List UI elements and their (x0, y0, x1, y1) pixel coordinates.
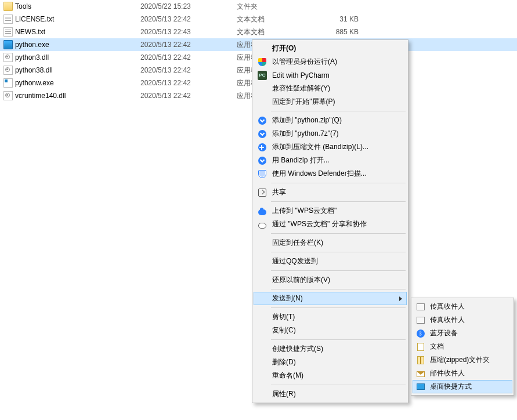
text-file-icon (3, 27, 13, 37)
menu-defender-scan[interactable]: 使用 Windows Defender扫描... (254, 167, 407, 180)
menu-copy[interactable]: 复制(C) (254, 324, 407, 337)
menu-pin-taskbar[interactable]: 固定到任务栏(K) (254, 236, 407, 249)
menu-add-7z[interactable]: 添加到 "python.7z"(7) (254, 127, 407, 140)
menu-pin-start[interactable]: 固定到"开始"屏幕(P) (254, 95, 407, 108)
file-size: 885 KB (312, 28, 364, 36)
menu-open[interactable]: 打开(O) (254, 42, 407, 55)
sendto-submenu: 传真收件人 传真收件人 ᛒ蓝牙设备 文档 压缩(zipped)文件夹 邮件收件人… (411, 298, 514, 396)
menu-rename[interactable]: 重命名(M) (254, 369, 407, 382)
mail-icon (416, 369, 425, 378)
file-type: 文本文档 (237, 15, 312, 24)
menu-separator (271, 307, 406, 308)
file-date: 2020/5/13 22:43 (140, 28, 237, 36)
file-row[interactable]: LICENSE.txt 2020/5/13 22:42 文本文档 31 KB (0, 13, 517, 26)
archive-add-icon (258, 143, 267, 152)
submenu-arrow-icon (399, 296, 402, 301)
file-date: 2020/5/13 22:42 (140, 79, 237, 87)
sendto-zip-folder[interactable]: 压缩(zipped)文件夹 (413, 353, 512, 367)
pycharm-icon: PC (258, 71, 267, 80)
folder-icon (3, 2, 13, 11)
file-name: pythonw.exe (15, 79, 54, 87)
file-name: vcruntime140.dll (15, 92, 66, 100)
cloud-share-icon (258, 220, 267, 229)
zip-icon (416, 356, 425, 365)
menu-separator (271, 289, 406, 289)
sendto-fax-recipient[interactable]: 传真收件人 (413, 313, 512, 327)
dll-icon (3, 53, 13, 62)
file-date: 2020/5/13 22:42 (140, 66, 237, 74)
sendto-mail-recipient[interactable]: 邮件收件人 (413, 367, 512, 380)
file-size: 31 KB (312, 15, 364, 23)
menu-separator (271, 252, 406, 252)
file-date: 2020/5/13 22:42 (140, 92, 237, 100)
defender-icon (258, 169, 267, 179)
desktop-icon (416, 382, 425, 392)
archive-icon (258, 129, 267, 139)
file-row[interactable]: Tools 2020/5/22 15:23 文件夹 (0, 0, 517, 13)
file-name: Tools (15, 2, 31, 10)
dll-icon (3, 91, 13, 100)
menu-separator (271, 183, 406, 183)
file-date: 2020/5/13 22:42 (140, 15, 237, 23)
menu-separator (271, 270, 406, 271)
menu-properties[interactable]: 属性(R) (254, 388, 407, 401)
file-name: python38.dll (15, 66, 53, 74)
shield-icon (258, 57, 267, 67)
menu-bandizip-add[interactable]: 添加到压缩文件 (Bandizip)(L)... (254, 140, 407, 154)
menu-wps-share[interactable]: 通过 "WPS云文档" 分享和协作 (254, 218, 407, 231)
menu-send-to[interactable]: 发送到(N) (254, 292, 407, 305)
sendto-bluetooth[interactable]: ᛒ蓝牙设备 (413, 327, 512, 340)
menu-edit-pycharm[interactable]: PCEdit with PyCharm (254, 68, 407, 82)
file-type: 文本文档 (237, 27, 312, 37)
menu-qq-send[interactable]: 通过QQ发送到 (254, 255, 407, 268)
file-row[interactable]: NEWS.txt 2020/5/13 22:43 文本文档 885 KB (0, 26, 517, 38)
file-type: 文件夹 (237, 2, 312, 12)
menu-separator (271, 339, 406, 340)
menu-cut[interactable]: 剪切(T) (254, 310, 407, 324)
archive-icon (258, 116, 267, 125)
fax-icon (416, 316, 425, 325)
file-date: 2020/5/13 22:42 (140, 53, 237, 61)
sendto-desktop-shortcut[interactable]: 桌面快捷方式 (413, 380, 512, 393)
share-icon (258, 188, 267, 197)
menu-compat-troubleshoot[interactable]: 兼容性疑难解答(Y) (254, 82, 407, 95)
menu-separator (271, 201, 406, 202)
menu-share[interactable]: 共享 (254, 186, 407, 199)
file-name: NEWS.txt (15, 28, 45, 36)
file-date: 2020/5/22 15:23 (140, 2, 237, 10)
document-icon (416, 342, 425, 352)
context-menu: 打开(O) 以管理员身份运行(A) PCEdit with PyCharm 兼容… (252, 39, 408, 403)
sendto-fax-recipient[interactable]: 传真收件人 (413, 300, 512, 313)
menu-create-shortcut[interactable]: 创建快捷方式(S) (254, 342, 407, 356)
text-file-icon (3, 15, 13, 24)
bluetooth-icon: ᛒ (416, 329, 425, 338)
menu-bandizip-open[interactable]: 用 Bandizip 打开... (254, 154, 407, 167)
file-date: 2020/5/13 22:42 (140, 41, 237, 49)
menu-separator (271, 111, 406, 111)
menu-delete[interactable]: 删除(D) (254, 356, 407, 369)
menu-run-as-admin[interactable]: 以管理员身份运行(A) (254, 55, 407, 68)
file-name: LICENSE.txt (15, 15, 54, 23)
menu-wps-upload[interactable]: 上传到 "WPS云文档" (254, 204, 407, 218)
file-name: python.exe (15, 41, 49, 49)
exe-icon (3, 78, 13, 88)
archive-icon (258, 156, 267, 165)
menu-separator (271, 385, 406, 385)
menu-add-zip[interactable]: 添加到 "python.zip"(Q) (254, 114, 407, 127)
menu-restore-version[interactable]: 还原以前的版本(V) (254, 273, 407, 287)
fax-icon (416, 302, 425, 312)
file-name: python3.dll (15, 53, 49, 61)
cloud-upload-icon (258, 207, 267, 216)
exe-icon (3, 40, 13, 49)
menu-separator (271, 233, 406, 234)
sendto-documents[interactable]: 文档 (413, 340, 512, 353)
dll-icon (3, 66, 13, 75)
